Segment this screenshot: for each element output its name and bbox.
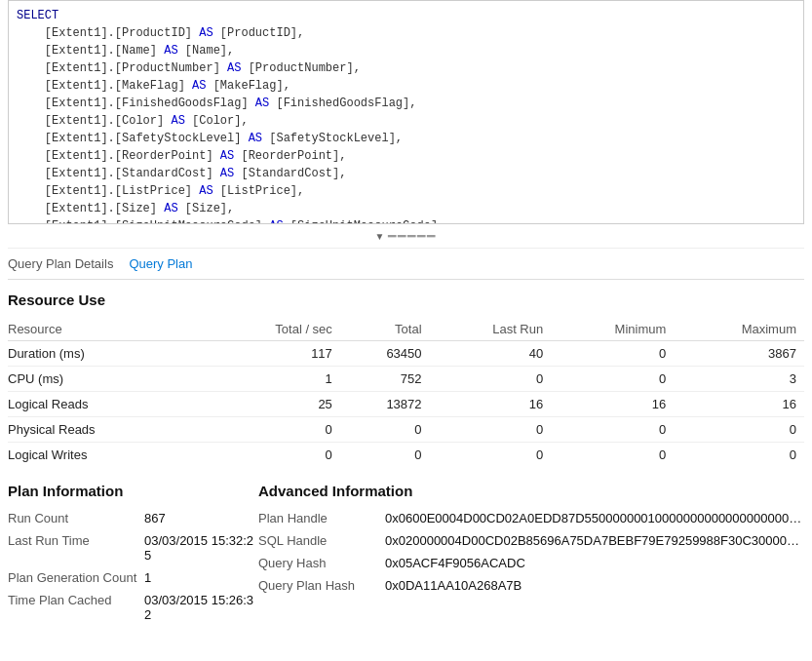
advanced-info-title: Advanced Information [258,483,804,499]
tab-query-plan[interactable]: Query Plan [129,254,192,273]
resource-col-header: Minimum [551,318,674,341]
table-cell: 0 [430,417,552,443]
plan-info-value: 1 [144,570,151,585]
table-cell: 3867 [674,341,804,367]
table-cell: 3 [674,367,804,392]
table-row: Physical Reads00000 [8,417,804,443]
resource-col-header: Resource [8,318,206,341]
resource-use-section: Resource Use ResourceTotal / secTotalLas… [8,280,804,471]
adv-info-value: 0x05ACF4F9056ACADC [385,556,525,570]
table-cell: 0 [674,417,804,443]
table-cell: 0 [206,417,340,443]
adv-info-row: Query Plan Hash 0x0DA11AA10A268A7B [258,578,804,593]
table-cell: 16 [674,392,804,417]
table-cell: 0 [551,417,674,443]
adv-info-value: 0x0600E0004D00CD02A0EDD87D55000000010000… [385,511,804,525]
resource-col-header: Maximum [674,318,804,341]
table-cell: 752 [340,367,430,392]
table-cell: 1 [206,367,340,392]
collapse-bar: ▼ ━━━━━ [8,224,804,249]
plan-info-value: 03/03/2015 15:26:32 [144,593,258,622]
adv-info-label: Plan Handle [258,511,385,525]
adv-info-label: Query Hash [258,556,385,570]
adv-info-row: Query Hash 0x05ACF4F9056ACADC [258,556,804,570]
table-cell: 0 [340,443,430,468]
table-cell: 25 [206,392,340,417]
plan-info-row: Run Count 867 [8,511,258,525]
tab-bar: Query Plan Details Query Plan [8,249,804,280]
table-cell: 0 [674,443,804,468]
plan-info-col: Plan Information Run Count 867 Last Run … [8,483,258,630]
plan-info-value: 03/03/2015 15:32:25 [144,533,258,563]
table-cell: 0 [340,417,430,443]
table-cell: 63450 [340,341,430,367]
plan-info-label: Last Run Time [8,533,144,548]
table-cell: 13872 [340,392,430,417]
adv-info-label: SQL Handle [258,533,385,548]
adv-info-row: SQL Handle 0x020000004D00CD02B85696A75DA… [258,533,804,548]
resource-col-header: Total [340,318,430,341]
plan-info-row: Last Run Time 03/03/2015 15:32:25 [8,533,258,563]
table-cell: 117 [206,341,340,367]
table-cell: 0 [551,367,674,392]
sql-editor[interactable]: SELECT [Extent1].[ProductID] AS [Product… [8,0,804,224]
table-cell: Duration (ms) [8,341,206,367]
resource-use-title: Resource Use [8,292,804,308]
table-cell: 0 [206,443,340,468]
plan-info-title: Plan Information [8,483,258,499]
plan-info-label: Run Count [8,511,144,525]
tab-query-plan-details[interactable]: Query Plan Details [8,254,113,273]
resource-col-header: Total / sec [206,318,340,341]
collapse-dots: ━━━━━ [388,228,437,244]
table-cell: 0 [430,443,552,468]
table-row: Duration (ms)117634504003867 [8,341,804,367]
table-cell: Logical Reads [8,392,206,417]
adv-info-value: 0x020000004D00CD02B85696A75DA7BEBF79E792… [385,533,804,548]
adv-info-row: Plan Handle 0x0600E0004D00CD02A0EDD87D55… [258,511,804,525]
table-cell: CPU (ms) [8,367,206,392]
adv-info-label: Query Plan Hash [258,578,385,593]
table-row: CPU (ms)1752003 [8,367,804,392]
table-cell: 16 [430,392,552,417]
table-cell: Physical Reads [8,417,206,443]
table-row: Logical Reads2513872161616 [8,392,804,417]
table-cell: 0 [551,341,674,367]
advanced-info-col: Advanced Information Plan Handle 0x0600E… [258,483,804,630]
adv-info-value: 0x0DA11AA10A268A7B [385,578,522,593]
plan-info-label: Plan Generation Count [8,570,144,585]
table-cell: 40 [430,341,552,367]
plan-info-label: Time Plan Cached [8,593,144,607]
table-cell: 16 [551,392,674,417]
resource-table: ResourceTotal / secTotalLast RunMinimumM… [8,318,804,467]
collapse-arrow: ▼ [375,231,385,242]
info-section: Plan Information Run Count 867 Last Run … [8,471,804,634]
table-row: Logical Writes00000 [8,443,804,468]
resource-col-header: Last Run [430,318,552,341]
plan-info-row: Time Plan Cached 03/03/2015 15:26:32 [8,593,258,622]
table-cell: Logical Writes [8,443,206,468]
table-cell: 0 [551,443,674,468]
table-cell: 0 [430,367,552,392]
plan-info-row: Plan Generation Count 1 [8,570,258,585]
plan-info-value: 867 [144,511,166,525]
